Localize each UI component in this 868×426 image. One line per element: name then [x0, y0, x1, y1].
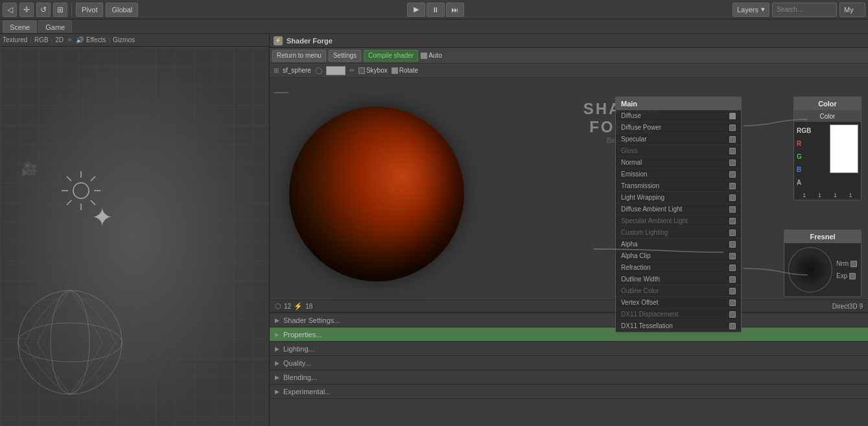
add-icon[interactable]: ✛ — [19, 3, 34, 17]
color-preview[interactable] — [326, 66, 346, 75]
camera-icon: 🎥 — [21, 161, 38, 176]
prop-diffuse: Diffuse — [616, 110, 741, 122]
outline-color-socket[interactable] — [729, 288, 736, 294]
shader-panel: ⚡ Shader Forge Return to menu Settings C… — [269, 34, 868, 426]
experimental-item[interactable]: ▶ Experimental... — [270, 385, 868, 399]
transmission-socket[interactable] — [729, 183, 736, 189]
diff-ambient-socket[interactable] — [729, 206, 736, 213]
color-swatch[interactable] — [830, 124, 858, 173]
a-channel-label: A — [797, 179, 806, 186]
layers-dropdown[interactable]: Layers ▾ — [733, 3, 769, 17]
svg-line-13 — [70, 290, 115, 342]
tab-scene[interactable]: Scene — [3, 20, 37, 33]
lighting-item[interactable]: ▶ Lighting... — [270, 342, 868, 356]
dx11-displacement-socket[interactable] — [729, 311, 736, 318]
custom-lighting-socket[interactable] — [729, 230, 736, 236]
diff-ambient-label: Diffuse Ambient Light — [621, 206, 682, 213]
skybox-checkbox[interactable]: Skybox — [358, 67, 388, 74]
svg-line-8 — [67, 200, 71, 205]
fresnel-node-header: Fresnel — [784, 230, 861, 243]
dx11-displacement-label: DX11 Displacement — [621, 311, 678, 318]
tab-game[interactable]: Game — [38, 20, 72, 33]
properties-item[interactable]: ▶ Properties... — [270, 327, 868, 342]
diffuse-power-socket[interactable] — [729, 124, 736, 131]
tab-scene-label: Scene — [10, 23, 30, 31]
b-val: 1 — [834, 192, 837, 198]
shader-obj-bar: ⊞ sf_sphere ◯ ✏ Skybox Rotate — [270, 64, 868, 78]
alpha-clip-socket[interactable] — [729, 253, 736, 259]
specular-socket[interactable] — [729, 136, 736, 143]
diffuse-label: Diffuse — [621, 112, 641, 119]
channel-labels: RGB R G B A — [797, 124, 828, 188]
pause-button[interactable]: ⏸ — [427, 3, 445, 17]
nrm-port: Nrm — [836, 260, 857, 267]
main-header-label: Main — [621, 100, 637, 108]
normal-socket[interactable] — [729, 160, 736, 166]
dropdown-panel: ▶ Shader Settings... ▶ Properties... ▶ L… — [270, 313, 868, 426]
shader-title: Shader Forge — [287, 37, 333, 45]
svg-line-6 — [91, 200, 95, 205]
back-icon[interactable]: ◁ — [3, 3, 17, 17]
auto-check-icon — [421, 53, 427, 59]
compile-shader-btn[interactable]: Compile shader — [364, 50, 418, 62]
settings-btn[interactable]: Settings — [329, 50, 361, 62]
sphere-preview — [289, 106, 464, 281]
alpha-clip-label: Alpha Clip — [621, 252, 651, 259]
rotate-checkbox[interactable]: Rotate — [392, 67, 418, 74]
g-channel-label: G — [797, 153, 806, 160]
light-wrapping-label: Light Wrapping — [621, 194, 664, 201]
auto-checkbox[interactable]: Auto — [421, 52, 442, 59]
viewport-canvas[interactable]: 🎥 ✦ — [0, 47, 269, 426]
gizmos-label: Gizmos — [113, 36, 135, 43]
a-val: 1 — [849, 192, 852, 198]
fresnel-ports: Nrm Exp — [836, 260, 857, 279]
connections-icon: ⚡ — [294, 302, 303, 311]
textured-label: Textured — [3, 36, 27, 43]
return-label: Return to menu — [277, 52, 322, 59]
arrow-icon-5: ▶ — [275, 388, 279, 395]
gloss-socket[interactable] — [729, 148, 736, 154]
arrow-icon-4: ▶ — [275, 374, 279, 381]
prop-dx11-displacement: DX11 Displacement — [616, 309, 741, 320]
shader-canvas[interactable]: ⬡ 12 ⚡ 18 Direct3D 9 ▶ Shader Settings..… — [270, 93, 868, 426]
return-to-menu-btn[interactable]: Return to menu — [272, 50, 326, 62]
global-label: Global — [111, 6, 132, 14]
play-button[interactable]: ▶ — [407, 3, 425, 17]
channel-values: 1 1 1 1 — [794, 191, 861, 200]
prop-dx11-tessellation: DX11 Tessellation — [616, 320, 741, 332]
dx11-tessellation-socket[interactable] — [729, 323, 736, 329]
spec-ambient-label: Specular Ambient Light — [621, 217, 688, 224]
step-button[interactable]: ⏭ — [446, 3, 464, 17]
refraction-label: Refraction — [621, 264, 651, 271]
global-btn[interactable]: Global — [106, 3, 138, 17]
refresh-icon[interactable]: ↺ — [36, 3, 51, 17]
viewport-tab-bar: Textured | RGB | 2D ☀ 🔊 Effects | Gizmos — [0, 34, 269, 47]
shader-settings-item[interactable]: ▶ Shader Settings... — [270, 313, 868, 327]
r-val: 1 — [803, 192, 806, 198]
dx11-tessellation-label: DX11 Tessellation — [621, 322, 673, 329]
viewport-left: Textured | RGB | 2D ☀ 🔊 Effects | Gizmos… — [0, 34, 269, 426]
search-box: Search... — [772, 3, 837, 17]
exp-socket[interactable] — [849, 273, 856, 279]
color-node-header: Color — [794, 97, 861, 110]
spec-ambient-socket[interactable] — [729, 218, 736, 224]
emission-socket[interactable] — [729, 171, 736, 178]
blending-item[interactable]: ▶ Blending... — [270, 370, 868, 385]
grid-icon[interactable]: ⊞ — [53, 3, 67, 17]
prop-custom-lighting: Custom Lighting — [616, 227, 741, 239]
prop-outline-color: Outline Color — [616, 285, 741, 297]
refraction-socket[interactable] — [729, 265, 736, 271]
toolbar-right: Layers ▾ Search... My — [733, 3, 865, 17]
skybox-check-icon — [358, 67, 365, 74]
alpha-socket[interactable] — [729, 241, 736, 248]
custom-lighting-label: Custom Lighting — [621, 229, 668, 236]
nrm-socket[interactable] — [850, 261, 857, 267]
pivot-btn[interactable]: Pivot — [76, 3, 103, 17]
outline-width-socket[interactable] — [729, 276, 736, 283]
light-wrapping-socket[interactable] — [729, 195, 736, 201]
lighting-label: Lighting... — [283, 345, 314, 353]
prop-transmission: Transmission — [616, 180, 741, 192]
quality-item[interactable]: ▶ Quality... — [270, 356, 868, 370]
diffuse-socket[interactable] — [729, 113, 736, 119]
vertex-offset-socket[interactable] — [729, 300, 736, 306]
